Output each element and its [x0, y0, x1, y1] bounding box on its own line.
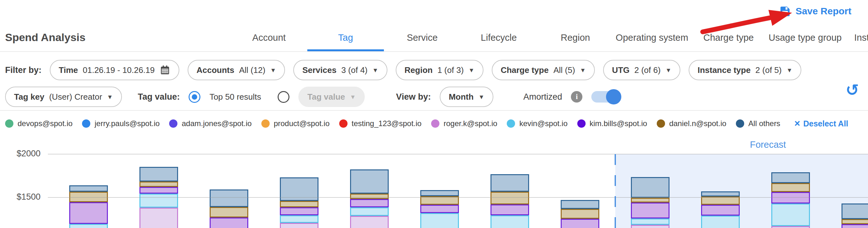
- legend-item-jerry-pauls-spot-io[interactable]: jerry.pauls@spot.io: [82, 119, 160, 128]
- legend-dot: [261, 119, 270, 128]
- chevron-down-icon: [468, 67, 474, 73]
- radio-custom-tag-value[interactable]: [278, 91, 289, 103]
- bar-7-segment-kim-bills-spot-io[interactable]: [491, 204, 529, 215]
- bar-4-segment-daniel-n-spot-io[interactable]: [280, 201, 318, 207]
- bar-12-segment-kim-bills-spot-io[interactable]: [841, 224, 868, 228]
- filter-pill-instance-type[interactable]: Instance type2 (of 5): [689, 60, 801, 80]
- calendar-icon: [160, 65, 170, 75]
- bar-2-segment-roger-k-spot-io[interactable]: [140, 207, 178, 228]
- filter-pill-accounts[interactable]: AccountsAll (12): [188, 60, 285, 80]
- bar-10-segment-kim-bills-spot-io[interactable]: [701, 205, 740, 216]
- bar-1-segment-kim-bills-spot-io[interactable]: [69, 202, 108, 224]
- bar-9-segment-roger-k-spot-io[interactable]: [631, 225, 670, 228]
- reset-icon[interactable]: [846, 82, 859, 98]
- bar-7-segment-kevin-spot-io[interactable]: [491, 215, 529, 228]
- legend-item-kim-bills-spot-io[interactable]: kim.bills@spot.io: [577, 119, 647, 128]
- bar-7-segment-daniel-n-spot-io[interactable]: [491, 192, 529, 204]
- bar-2-segment-kim-bills-spot-io[interactable]: [140, 187, 178, 194]
- legend-item-all-others[interactable]: All others: [736, 119, 780, 128]
- amortized-label: Amortized: [523, 92, 562, 102]
- bar-3-segment-kim-bills-spot-io[interactable]: [210, 218, 248, 228]
- chevron-down-icon: [665, 67, 672, 73]
- bar-11-segment-kim-bills-spot-io[interactable]: [771, 192, 810, 203]
- bar-5-segment-kevin-spot-io[interactable]: [350, 207, 389, 216]
- tab-service[interactable]: Service: [384, 0, 461, 51]
- bar-8-segment-all-others[interactable]: [561, 200, 599, 209]
- bar-9-segment-kim-bills-spot-io[interactable]: [631, 202, 670, 219]
- bar-12-segment-daniel-n-spot-io[interactable]: [841, 219, 868, 224]
- tab-lifecycle[interactable]: Lifecycle: [461, 0, 537, 51]
- tag-key-pill-label: Tag key: [14, 92, 44, 102]
- tag-value-dropdown: Tag value: [299, 87, 365, 107]
- legend-label: kim.bills@spot.io: [590, 119, 647, 128]
- tag-key-pill-value: (User) Creator: [49, 92, 102, 102]
- bar-8-segment-daniel-n-spot-io[interactable]: [561, 209, 599, 219]
- save-icon: [779, 5, 791, 17]
- bar-5-segment-kim-bills-spot-io[interactable]: [350, 199, 389, 207]
- bar-10-segment-kevin-spot-io[interactable]: [701, 216, 740, 228]
- amortized-toggle[interactable]: [591, 91, 621, 103]
- bar-6-segment-kim-bills-spot-io[interactable]: [420, 205, 459, 213]
- bar-1-segment-all-others[interactable]: [69, 185, 108, 192]
- filter-pill-label: Region: [405, 65, 433, 75]
- filter-pill-services[interactable]: Services3 (of 4): [293, 60, 387, 80]
- bar-4-segment-kevin-spot-io[interactable]: [280, 215, 318, 223]
- bar-4-segment-kim-bills-spot-io[interactable]: [280, 207, 318, 215]
- legend-item-roger-k-spot-io[interactable]: roger.k@spot.io: [431, 119, 497, 128]
- forecast-label: Forecast: [750, 140, 786, 150]
- bar-5-segment-daniel-n-spot-io[interactable]: [350, 194, 389, 199]
- forecast-divider-line: [615, 154, 616, 228]
- bar-7-segment-all-others[interactable]: [491, 174, 529, 192]
- bar-6-segment-all-others[interactable]: [420, 190, 459, 196]
- filter-pill-utg[interactable]: UTG2 (of 6): [603, 60, 680, 80]
- bar-5-segment-all-others[interactable]: [350, 169, 389, 194]
- bar-12-segment-all-others[interactable]: [841, 203, 868, 219]
- tab-charge-type[interactable]: Charge type: [690, 0, 767, 51]
- bar-1-segment-kevin-spot-io[interactable]: [69, 224, 108, 228]
- info-icon[interactable]: [571, 91, 582, 103]
- close-icon: [794, 120, 800, 127]
- bar-2-segment-all-others[interactable]: [140, 167, 178, 182]
- bar-3-segment-all-others[interactable]: [210, 189, 248, 207]
- legend-item-adam-jones-spot-io[interactable]: adam.jones@spot.io: [169, 119, 251, 128]
- deselect-all-button[interactable]: Deselect All: [794, 119, 848, 128]
- view-by-label: View by:: [396, 92, 431, 102]
- bar-10-segment-all-others[interactable]: [701, 191, 740, 196]
- filter-pill-charge-type[interactable]: Charge typeAll (5): [492, 60, 595, 80]
- bar-9-segment-all-others[interactable]: [631, 177, 670, 198]
- bar-11-segment-all-others[interactable]: [771, 172, 810, 183]
- tab-region[interactable]: Region: [537, 0, 614, 51]
- bar-9-segment-daniel-n-spot-io[interactable]: [631, 198, 670, 202]
- bar-2-segment-kevin-spot-io[interactable]: [140, 194, 178, 207]
- legend-item-product-spot-io[interactable]: product@spot.io: [261, 119, 330, 128]
- bar-2-segment-daniel-n-spot-io[interactable]: [140, 182, 178, 187]
- save-report-button[interactable]: Save Report: [779, 5, 851, 17]
- view-by-dropdown[interactable]: Month: [440, 87, 493, 107]
- bar-6-segment-kevin-spot-io[interactable]: [420, 213, 459, 228]
- legend-item-kevin-spot-io[interactable]: kevin@spot.io: [507, 119, 567, 128]
- filter-pill-region[interactable]: Region1 (of 3): [396, 60, 484, 80]
- bar-5-segment-roger-k-spot-io[interactable]: [350, 216, 389, 228]
- bar-8-segment-kim-bills-spot-io[interactable]: [561, 219, 599, 228]
- tag-key-pill[interactable]: Tag key (User) Creator: [5, 87, 122, 107]
- filter-pill-time[interactable]: Time01.26.19 - 10.26.19: [50, 60, 179, 80]
- radio-top-50-results[interactable]: [189, 91, 200, 103]
- legend-item-testing-123-spot-io[interactable]: testing_123@spot.io: [339, 119, 422, 128]
- tab-tag[interactable]: Tag: [307, 0, 384, 51]
- bar-3-segment-daniel-n-spot-io[interactable]: [210, 207, 248, 218]
- bar-9-segment-kevin-spot-io[interactable]: [631, 219, 670, 225]
- chevron-down-icon: [580, 67, 586, 73]
- legend-label: product@spot.io: [274, 119, 330, 128]
- filter-pill-value: 3 (of 4): [341, 65, 367, 75]
- bar-11-segment-kevin-spot-io[interactable]: [771, 203, 810, 226]
- bar-11-segment-roger-k-spot-io[interactable]: [771, 226, 810, 228]
- legend-item-devops-spot-io[interactable]: devops@spot.io: [5, 119, 72, 128]
- tab-operating-system[interactable]: Operating system: [614, 0, 690, 51]
- tab-account[interactable]: Account: [231, 0, 307, 51]
- legend-item-daniel-n-spot-io[interactable]: daniel.n@spot.io: [657, 119, 726, 128]
- bar-4-segment-roger-k-spot-io[interactable]: [280, 223, 318, 228]
- legend-dot: [736, 119, 744, 128]
- bar-11-segment-daniel-n-spot-io[interactable]: [771, 183, 810, 192]
- top-50-results-label: Top 50 results: [209, 92, 261, 102]
- legend-label: testing_123@spot.io: [352, 119, 422, 128]
